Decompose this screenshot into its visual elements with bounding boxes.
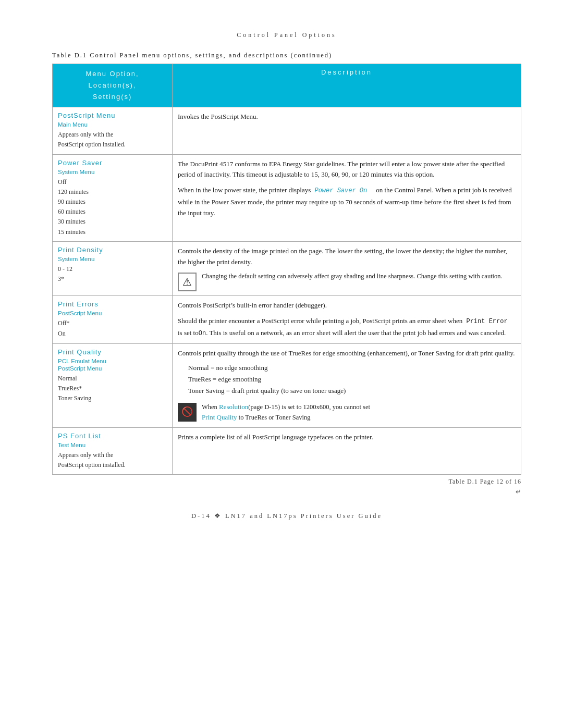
col-header-desc: Description [173, 64, 521, 107]
description-extra: When in the low power state, the printer… [178, 184, 516, 219]
menu-location-2: PostScript Menu [58, 365, 167, 372]
menu-settings: Appears only with thePostScript option i… [58, 450, 167, 470]
warning-text: Changing the default setting can adverse… [202, 272, 503, 281]
col-header-menu: Menu Option,Location(s),Setting(s) [53, 64, 173, 107]
menu-location: System Menu [58, 256, 167, 262]
table-footer: Table D.1 Page 12 of 16 [52, 478, 521, 486]
menu-settings: Off*On [58, 318, 167, 338]
description: Controls print quality through the use o… [178, 348, 516, 359]
description: Prints a complete list of all PostScript… [178, 432, 516, 443]
description: Controls the density of the image printe… [178, 246, 516, 268]
menu-location: PCL Emulat Menu [58, 358, 167, 364]
menu-location: Test Menu [58, 442, 167, 448]
main-table: Menu Option,Location(s),Setting(s) Descr… [52, 64, 521, 475]
menu-settings: NormalTrueRes*Toner Saving [58, 374, 167, 404]
page-header: Control Panel Options [52, 31, 521, 39]
menu-settings: 0 - 123* [58, 264, 167, 284]
menu-option-name: Print Density [58, 246, 167, 254]
menu-option-name: PS Font List [58, 432, 167, 440]
warning-box: ⚠ Changing the default setting can adver… [178, 272, 516, 291]
table-title: Table D.1 Control Panel menu options, se… [52, 52, 521, 59]
warning-icon: ⚠ [178, 273, 197, 291]
table-row: Print Quality PCL Emulat Menu PostScript… [53, 343, 521, 427]
table-row: Print Density System Menu 0 - 123* Contr… [53, 241, 521, 296]
sub-item: TrueRes = edge smoothing [188, 374, 516, 385]
menu-location: System Menu [58, 169, 167, 175]
sub-items: Normal = no edge smoothing TrueRes = edg… [188, 362, 516, 397]
menu-option-name: PostScript Menu [58, 112, 167, 119]
menu-option-name: Power Saver [58, 159, 167, 167]
corner-mark: ↵ [52, 488, 521, 496]
note-box: 🚫 When Resolution(page D-15) is set to 1… [178, 402, 516, 423]
description-extra: Should the printer encounter a PostScrip… [178, 315, 516, 339]
table-row: PS Font List Test Menu Appears only with… [53, 427, 521, 474]
page-footer: D-14 ❖ LN17 and LN17ps Printers User Gui… [52, 512, 521, 520]
menu-option-name: Print Quality [58, 348, 167, 356]
table-row: Print Errors PostScript Menu Off*On Cont… [53, 296, 521, 343]
menu-location: Main Menu [58, 121, 167, 128]
sub-item: Toner Saving = draft print quality (to s… [188, 385, 516, 397]
description: The DocuPrint 4517 conforms to EPA Energ… [178, 159, 516, 181]
table-row: PostScript Menu Main Menu Appears only w… [53, 107, 521, 154]
menu-settings: Off120 minutes90 minutes60 minutes30 min… [58, 177, 167, 237]
table-row: Power Saver System Menu Off120 minutes90… [53, 154, 521, 241]
note-text: When Resolution(page D-15) is set to 120… [202, 402, 370, 423]
menu-option-name: Print Errors [58, 300, 167, 308]
description: Controls PostScript’s built-in error han… [178, 300, 516, 311]
description: Invokes the PostScript Menu. [178, 112, 516, 122]
menu-settings: Appears only with thePostScript option i… [58, 130, 167, 150]
sub-item: Normal = no edge smoothing [188, 362, 516, 374]
menu-location: PostScript Menu [58, 310, 167, 316]
no-sign-icon: 🚫 [178, 403, 197, 422]
